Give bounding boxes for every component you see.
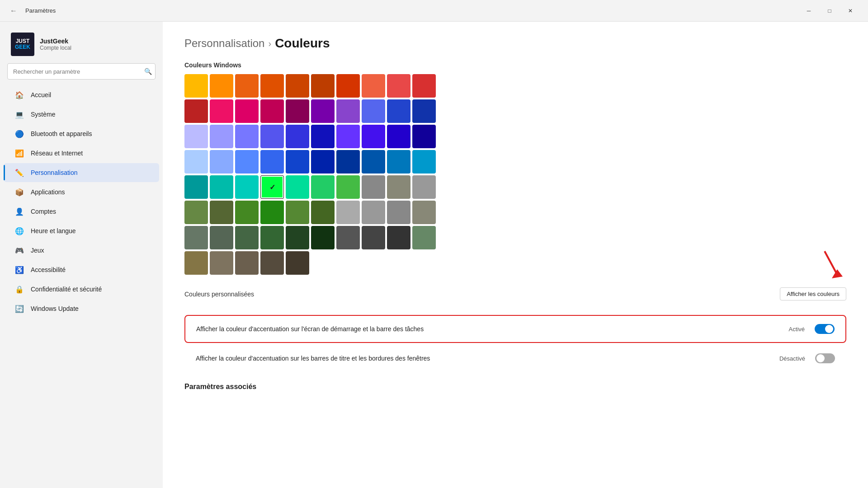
color-swatch-10[interactable] [184,99,208,123]
color-swatch-15[interactable] [311,99,335,123]
color-swatch-18[interactable] [387,99,410,123]
color-swatch-29[interactable] [412,125,436,148]
color-swatch-24[interactable] [286,125,309,148]
sidebar-item-windows-update[interactable]: 🔄 Windows Update [4,299,159,318]
color-swatch-72[interactable] [235,251,259,275]
color-swatch-22[interactable] [235,125,259,148]
color-swatch-39[interactable] [412,150,436,174]
color-swatch-70[interactable] [184,251,208,275]
color-swatch-53[interactable] [260,201,284,224]
color-swatch-74[interactable] [286,251,309,275]
color-swatch-25[interactable] [311,125,335,148]
nav-icon-accessibilite: ♿ [14,265,24,275]
back-button[interactable]: ← [7,5,20,17]
color-swatch-40[interactable] [184,175,208,199]
color-swatch-43[interactable] [260,175,284,199]
color-swatch-64[interactable] [286,226,309,249]
color-swatch-61[interactable] [210,226,233,249]
sidebar-item-systeme[interactable]: 💻 Système [4,105,159,124]
color-swatch-47[interactable] [362,175,385,199]
color-swatch-21[interactable] [210,125,233,148]
color-swatch-26[interactable] [336,125,360,148]
search-input[interactable] [7,63,156,80]
color-swatch-48[interactable] [387,175,410,199]
color-swatch-46[interactable] [336,175,360,199]
color-swatch-66[interactable] [336,226,360,249]
afficher-couleurs-button[interactable]: Afficher les couleurs [780,287,846,300]
toggle-switch-taskbar[interactable] [815,324,835,334]
color-swatch-33[interactable] [260,150,284,174]
color-swatch-55[interactable] [311,201,335,224]
color-swatch-36[interactable] [336,150,360,174]
sidebar-item-comptes[interactable]: 👤 Comptes [4,202,159,221]
color-swatch-20[interactable] [184,125,208,148]
maximize-button[interactable]: □ [819,4,840,18]
sidebar-item-confidentialite[interactable]: 🔒 Confidentialité et sécurité [4,280,159,299]
color-swatch-71[interactable] [210,251,233,275]
color-swatch-23[interactable] [260,125,284,148]
color-swatch-50[interactable] [184,201,208,224]
color-swatch-0[interactable] [184,74,208,98]
color-swatch-63[interactable] [260,226,284,249]
color-swatch-34[interactable] [286,150,309,174]
color-swatch-73[interactable] [260,251,284,275]
color-swatch-8[interactable] [387,74,410,98]
color-swatch-68[interactable] [387,226,410,249]
color-swatch-56[interactable] [336,201,360,224]
color-swatch-13[interactable] [260,99,284,123]
color-swatch-14[interactable] [286,99,309,123]
color-swatch-32[interactable] [235,150,259,174]
color-swatch-65[interactable] [311,226,335,249]
sidebar-item-heure[interactable]: 🌐 Heure et langue [4,221,159,240]
color-swatch-5[interactable] [311,74,335,98]
color-swatch-51[interactable] [210,201,233,224]
color-swatch-31[interactable] [210,150,233,174]
color-swatch-45[interactable] [311,175,335,199]
color-swatch-57[interactable] [362,201,385,224]
sidebar-item-accessibilite[interactable]: ♿ Accessibilité [4,260,159,279]
color-swatch-9[interactable] [412,74,436,98]
color-swatch-49[interactable] [412,175,436,199]
color-swatch-4[interactable] [286,74,309,98]
color-swatch-42[interactable] [235,175,259,199]
toggle-switch-titlebar[interactable] [815,353,835,363]
color-swatch-62[interactable] [235,226,259,249]
color-swatch-6[interactable] [336,74,360,98]
close-button[interactable]: ✕ [840,4,861,18]
color-swatch-7[interactable] [362,74,385,98]
color-swatch-1[interactable] [210,74,233,98]
color-swatch-16[interactable] [336,99,360,123]
color-swatch-69[interactable] [412,226,436,249]
sidebar-item-bluetooth[interactable]: 🔵 Bluetooth et appareils [4,124,159,143]
color-swatch-58[interactable] [387,201,410,224]
color-swatch-3[interactable] [260,74,284,98]
color-swatch-37[interactable] [362,150,385,174]
color-swatch-60[interactable] [184,226,208,249]
color-swatch-52[interactable] [235,201,259,224]
color-swatch-44[interactable] [286,175,309,199]
color-swatch-35[interactable] [311,150,335,174]
breadcrumb-separator: › [268,38,271,49]
color-swatch-41[interactable] [210,175,233,199]
sidebar-item-applications[interactable]: 📦 Applications [4,183,159,202]
color-swatch-67[interactable] [362,226,385,249]
sidebar-item-accueil[interactable]: 🏠 Accueil [4,85,159,104]
color-swatch-59[interactable] [412,201,436,224]
sidebar-item-jeux[interactable]: 🎮 Jeux [4,241,159,260]
color-swatch-54[interactable] [286,201,309,224]
color-swatch-38[interactable] [387,150,410,174]
color-swatch-27[interactable] [362,125,385,148]
color-swatch-28[interactable] [387,125,410,148]
nav-icon-heure: 🌐 [14,226,24,236]
color-swatch-11[interactable] [210,99,233,123]
color-swatch-17[interactable] [362,99,385,123]
color-swatch-19[interactable] [412,99,436,123]
sidebar-item-reseau[interactable]: 📶 Réseau et Internet [4,144,159,163]
color-swatch-12[interactable] [235,99,259,123]
color-swatch-30[interactable] [184,150,208,174]
color-swatch-2[interactable] [235,74,259,98]
main-content: Personnalisation › Couleurs Couleurs Win… [163,22,868,488]
minimize-button[interactable]: ─ [798,4,819,18]
sidebar-item-personnalisation[interactable]: ✏️ Personnalisation [4,163,159,182]
related-section: Paramètres associés [184,383,846,391]
